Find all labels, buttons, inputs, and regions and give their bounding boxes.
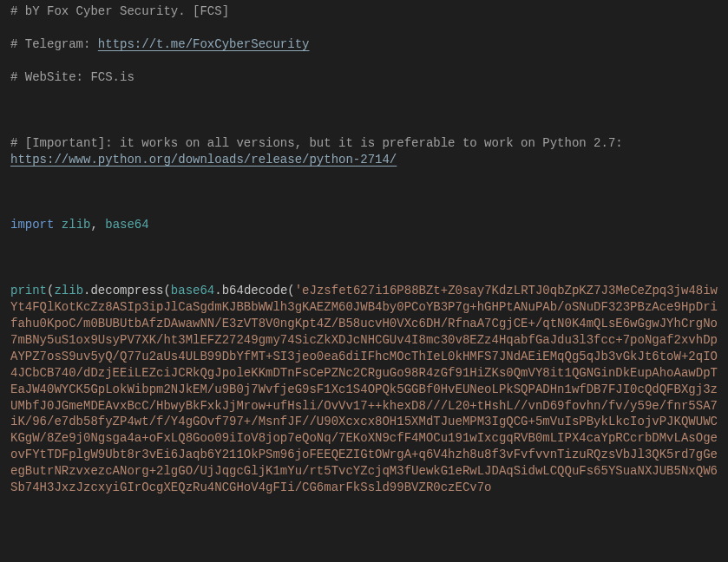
print-statement: print(zlib.decompress(base64.b64decode('… [10,283,718,496]
comment-important: # [Important]: it works on all versions,… [10,135,718,168]
comment-telegram: # Telegram: https://t.me/FoxCyberSecurit… [10,36,718,53]
import-statement: import zlib, base64 [10,217,718,233]
blank-line [10,167,718,184]
blank-line [10,53,718,69]
blank-line [10,184,718,200]
python-link[interactable]: https://www.python.org/downloads/release… [10,153,397,167]
blank-line [10,86,718,102]
blank-line [10,119,718,135]
blank-line [10,102,718,119]
blank-line [10,233,718,250]
blank-line [10,266,718,283]
comment-website: # WebSite: FCS.is [10,69,718,86]
telegram-link[interactable]: https://t.me/FoxCyberSecurity [98,37,310,51]
blank-line [10,200,718,217]
comment-author: # bY Fox Cyber Security. [FCS] [10,3,718,20]
blank-line [10,250,718,266]
blank-line [10,20,718,36]
